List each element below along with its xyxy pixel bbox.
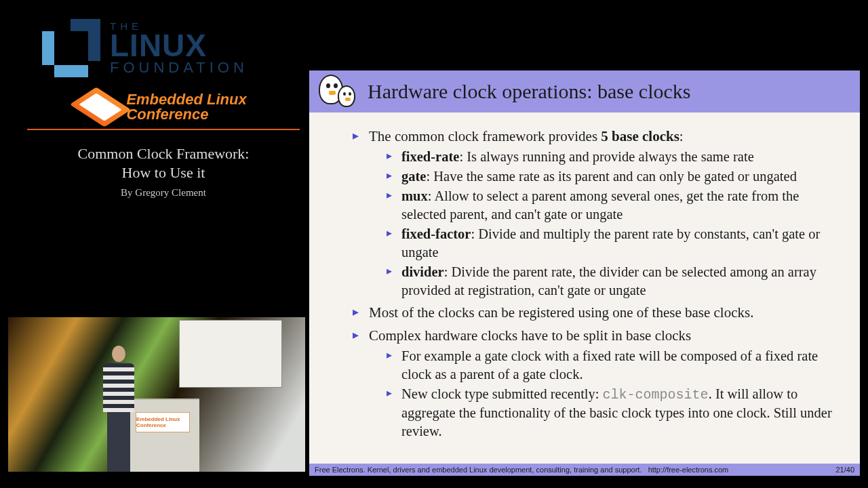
elc-diamond-icon — [70, 87, 132, 127]
slide-footer: Free Electrons. Kernel, drivers and embe… — [309, 464, 860, 476]
talk-byline: By Gregory Clement — [27, 187, 300, 199]
base-fixed-factor-name: fixed-factor — [401, 226, 471, 241]
base-fixed-rate-name: fixed-rate — [401, 149, 459, 164]
speaker-video: Embedded Linux Conference — [8, 317, 305, 472]
bullet-3-sub-1: For example a gate clock with a fixed ra… — [387, 347, 844, 384]
base-mux-desc: : Allow to select a parent among several… — [401, 188, 799, 222]
slide-title: Hardware clock operations: base clocks — [368, 80, 690, 103]
bullet-1-suffix: : — [679, 128, 684, 144]
elc-line1: Embedded Linux — [126, 92, 246, 107]
lf-wordmark: THE LINUX FOUNDATION — [110, 22, 248, 75]
talk-title-line1: Common Clock Framework: — [27, 145, 300, 163]
lf-linux: LINUX — [110, 31, 248, 61]
base-divider: divider: Divide the parent rate, the div… — [387, 263, 844, 300]
base-divider-name: divider — [401, 264, 444, 279]
bullet-3-sub-2-prefix: New clock type submitted recently: — [401, 386, 603, 401]
base-gate-name: gate — [401, 169, 426, 184]
presentation-slide: Hardware clock operations: base clocks T… — [309, 70, 860, 476]
elc-line2: Conference — [126, 107, 246, 122]
base-gate-desc: : Have the same rate as its parent and c… — [426, 169, 796, 184]
base-fixed-rate: fixed-rate: Is always running and provid… — [387, 148, 844, 166]
speaker-figure-icon — [103, 346, 134, 472]
podium-icon: Embedded Linux Conference — [126, 399, 199, 472]
bullet-1-bold: 5 base clocks — [601, 128, 679, 144]
bullet-1-prefix: The common clock framework provides — [369, 128, 601, 144]
clk-composite-code: clk-composite — [603, 387, 709, 403]
elc-wordmark: Embedded Linux Conference — [126, 92, 246, 122]
lf-foundation: FOUNDATION — [110, 61, 248, 75]
bullet-3-sub-2: New clock type submitted recently: clk-c… — [387, 385, 844, 441]
podium-sign: Embedded Linux Conference — [136, 412, 190, 432]
bullet-3-text: Complex hardware clocks have to be split… — [369, 327, 691, 344]
footer-left-group: Free Electrons. Kernel, drivers and embe… — [315, 466, 728, 474]
footer-org-text: Free Electrons. Kernel, drivers and embe… — [315, 466, 642, 474]
slide-header: Hardware clock operations: base clocks — [309, 70, 860, 113]
bullet-3: Complex hardware clocks have to be split… — [353, 327, 844, 441]
bullet-1: The common clock framework provides 5 ba… — [353, 127, 844, 300]
linux-foundation-logo: THE LINUX FOUNDATION — [42, 19, 248, 77]
elc-logo: Embedded Linux Conference — [27, 89, 300, 130]
penguin-mascot-icon — [319, 73, 359, 110]
bullet-2: Most of the clocks can be registered usi… — [353, 304, 844, 323]
projected-screen-icon — [179, 320, 282, 388]
base-fixed-rate-desc: : Is always running and provide always t… — [459, 149, 753, 164]
talk-title-line2: How to Use it — [27, 164, 300, 182]
talk-title-block: Common Clock Framework: How to Use it By… — [27, 145, 300, 199]
footer-page-number: 21/40 — [835, 466, 854, 474]
base-mux-name: mux — [401, 188, 428, 203]
footer-url: http://free-electrons.com — [648, 466, 729, 474]
slide-body: The common clock framework provides 5 ba… — [309, 113, 860, 447]
base-mux: mux: Allow to select a parent among seve… — [387, 187, 844, 224]
base-fixed-factor: fixed-factor: Divide and multiply the pa… — [387, 225, 844, 262]
base-divider-desc: : Divide the parent rate, the divider ca… — [401, 264, 816, 298]
base-gate: gate: Have the same rate as its parent a… — [387, 167, 844, 186]
lf-mark-icon — [42, 19, 100, 77]
